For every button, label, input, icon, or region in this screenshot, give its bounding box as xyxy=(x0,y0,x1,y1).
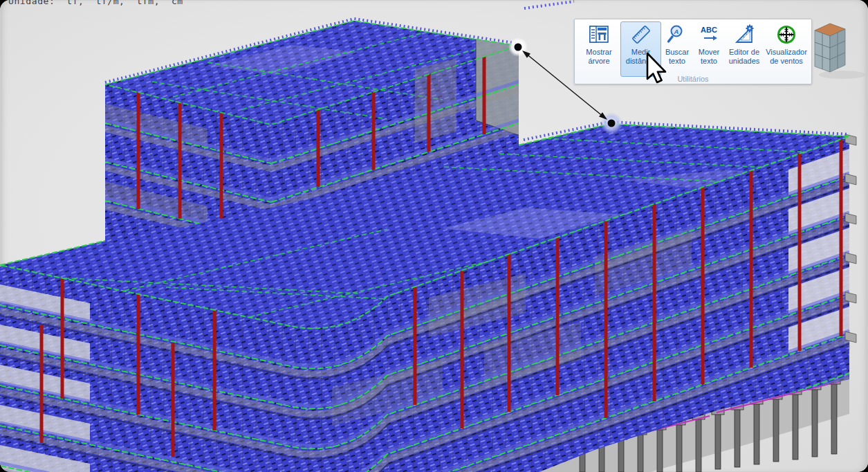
move-text-icon: ABC xyxy=(698,24,720,46)
svg-text:ABC: ABC xyxy=(701,26,717,34)
button-label: árvore xyxy=(588,57,609,66)
button-label: Mover xyxy=(699,48,720,57)
button-label: texto xyxy=(701,57,717,66)
editor-de-unidades-button[interactable]: Editor de unidades xyxy=(726,21,763,77)
mouse-cursor xyxy=(646,53,674,84)
svg-text:A: A xyxy=(674,28,679,35)
button-label: Visualizador xyxy=(766,48,807,57)
mover-texto-button[interactable]: ABC Mover texto xyxy=(692,21,726,77)
mostrar-arvore-button[interactable]: Mostrar árvore xyxy=(578,21,620,77)
tree-window-icon xyxy=(588,24,610,46)
toolbar-utilitarios: Mostrar árvore Medir distância xyxy=(574,19,812,84)
visualizador-de-ventos-button[interactable]: Visualizador de ventos xyxy=(763,21,810,77)
units-status-text: Unidade: tf, tf/m, tfm, cm xyxy=(8,0,183,6)
measurement-point-2[interactable] xyxy=(608,120,616,127)
button-label: Mostrar xyxy=(586,48,611,57)
ruler-icon xyxy=(630,24,652,46)
material-cube-icon xyxy=(813,19,867,80)
measurement-point-1[interactable] xyxy=(515,44,522,51)
application-window: .lnBlue{stroke:#666be0;stroke-width:5;fi… xyxy=(0,0,868,472)
search-text-icon: A xyxy=(666,24,688,46)
button-label: Editor de xyxy=(729,48,759,57)
wind-target-icon xyxy=(775,24,797,46)
button-label: unidades xyxy=(729,57,760,66)
button-label: de ventos xyxy=(770,57,803,66)
set-square-gear-icon xyxy=(733,24,755,46)
toolbar-group-label: Utilitários xyxy=(575,75,811,83)
